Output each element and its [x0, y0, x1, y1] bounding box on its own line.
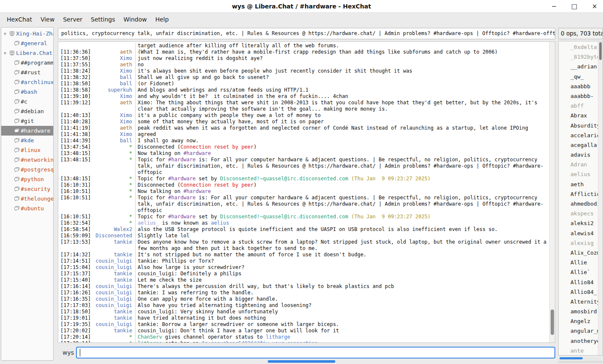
user-0xdelta[interactable]: _0xdelta — [559, 42, 598, 52]
sidebar-item-git[interactable]: #git — [1, 116, 53, 126]
chat-message: Disconnected (Connection reset by peer) — [135, 144, 549, 150]
sidebar-item-c[interactable]: #c — [1, 97, 53, 106]
user-angular-m[interactable]: angular_m — [559, 326, 598, 336]
message-segment: #hardware — [168, 176, 196, 182]
user-adrian[interactable]: __adrian — [559, 62, 598, 71]
user-ahmedbodi[interactable]: ahmedbodi — [559, 199, 598, 209]
user-anotheryo[interactable]: anotheryo — [559, 336, 598, 346]
menu-item-settings[interactable]: Settings — [87, 14, 119, 25]
user-angelz[interactable]: Angelz — [559, 316, 598, 326]
user-abff[interactable]: abff — [559, 101, 598, 111]
user-akspecs[interactable]: akspecs — [559, 209, 598, 218]
user-allie[interactable]: Allie` — [559, 267, 598, 277]
chat-scrollbar-thumb[interactable] — [551, 310, 554, 335]
sidebar-item-archlinux[interactable]: #archlinux — [1, 77, 53, 87]
close-button[interactable]: × — [591, 3, 598, 10]
user-aaabbb[interactable]: aaabbb — [559, 81, 598, 91]
message-segment: Now talking on — [138, 150, 183, 156]
chat-timestamp: [17:20:14] — [58, 334, 93, 340]
user-aleksi2[interactable]: aleksi2 — [559, 218, 598, 228]
sidebar-item-postgresql[interactable]: #postgresql — [1, 165, 53, 174]
menu-item-view[interactable]: View — [36, 14, 59, 25]
user-aelius[interactable]: aelius — [559, 169, 598, 179]
sidebar-item-ubuntu[interactable]: #ubuntu — [1, 204, 53, 213]
chat-row: [13:48:15]*Now talking on #hardware — [58, 150, 549, 157]
user-allio84[interactable]: Allio84_ — [559, 287, 598, 297]
menu-item-window[interactable]: Window — [119, 14, 151, 25]
chat-timestamp: [11:41:19] — [58, 125, 93, 131]
sidebar-item-label: #archlinux — [21, 79, 53, 85]
sidebar-item-libera-chat[interactable]: ▽Libera.Chat — [1, 48, 53, 58]
message-segment: cousin_luigi: Don't think I have a large… — [138, 328, 339, 334]
chat-nick: aeth — [93, 62, 135, 68]
sidebar-item-thelounge[interactable]: #thelounge — [1, 194, 53, 204]
userlist-hscrollbar-thumb[interactable] — [560, 357, 583, 359]
minimize-button[interactable]: − — [551, 3, 557, 10]
message-segment: Disconnected ( — [138, 182, 180, 188]
user-8192byte[interactable]: _8192byte — [559, 52, 598, 62]
message-segment: Connection reset by peer — [180, 144, 253, 150]
user-absurdity[interactable]: Absurdity — [559, 121, 598, 130]
chat-nick: Ximo — [93, 55, 135, 62]
sidebar-item-programming[interactable]: ##programming — [1, 58, 53, 68]
user-alix-cozm[interactable]: Alix_Cozm — [559, 248, 598, 258]
user-accelario[interactable]: accelario — [559, 130, 598, 140]
expander-icon[interactable]: ▽ — [2, 51, 8, 55]
menu-item-server[interactable]: Server — [59, 14, 87, 25]
channel-icon — [13, 196, 21, 201]
userlist-scrollbar[interactable] — [598, 41, 603, 355]
userlist-scrollbar-thumb[interactable] — [599, 42, 602, 60]
message-segment: Disconsented!~quassel@irc.disconsented.c… — [220, 176, 348, 182]
user-alewis4[interactable]: alewis4 — [559, 228, 598, 238]
sidebar-item-networking[interactable]: #networking — [1, 155, 53, 165]
sidebar-item-hardware[interactable]: #hardware — [1, 126, 53, 136]
user-amosbird[interactable]: amosbird — [559, 307, 598, 316]
user-alternity[interactable]: Alternity — [559, 297, 598, 307]
server-icon — [8, 50, 16, 56]
chat-nick: aeth — [93, 49, 135, 55]
sidebar-item-python[interactable]: #python — [1, 174, 53, 184]
user-adran[interactable]: Adran — [559, 160, 598, 169]
chat-message: Also have you tried alternating tighteni… — [135, 302, 549, 309]
sidebar-item-debian[interactable]: #debian — [1, 106, 53, 116]
user-allie[interactable]: Allie — [559, 258, 598, 267]
sidebar-item-kde[interactable]: #kde — [1, 136, 53, 145]
bottom-scrollbar-thumb[interactable] — [268, 360, 335, 363]
menu-item-hexchat[interactable]: HexChat — [3, 14, 36, 25]
message-segment: One can apply more force with a bigger h… — [138, 296, 278, 302]
user-aeth[interactable]: aeth — [559, 179, 598, 189]
sidebar-item-xing-hai-zhan[interactable]: ▽Xing-Hai-Zhan — [1, 29, 53, 38]
user-qw[interactable]: _qw_ — [559, 72, 598, 81]
message-segment: is now known as — [159, 220, 211, 226]
sidebar-item-general[interactable]: #general — [1, 38, 53, 48]
sidebar-item-security[interactable]: #security — [1, 184, 53, 194]
chat-row: [11:38:50]ball(or Fidonet) — [58, 81, 549, 87]
chat-nick: Disconsented — [93, 233, 135, 239]
sidebar-item-bash[interactable]: #bash — [1, 87, 53, 97]
user-ante[interactable]: ante — [559, 346, 598, 355]
chat-scrollbar[interactable] — [549, 42, 555, 342]
user-aaabbb[interactable]: aaabbb- — [559, 91, 598, 101]
user-abrax[interactable]: Abrax — [559, 111, 598, 120]
chat-nick: * — [93, 176, 135, 182]
chat-nick: ball — [93, 74, 135, 81]
message-segment: is: For all your computer hardware & adj… — [138, 157, 543, 175]
sidebar-item-label: ##programming — [21, 60, 53, 66]
sidebar-item-rust[interactable]: ##rust — [1, 68, 53, 77]
userlist-hscrollbar[interactable] — [559, 357, 601, 360]
message-input[interactable] — [76, 347, 555, 359]
user-acegalla[interactable]: acegalla- — [559, 140, 598, 150]
channel-icon — [13, 128, 21, 133]
user-adavis[interactable]: adavis — [559, 150, 598, 160]
user-alexisg[interactable]: alexisg — [559, 238, 598, 248]
expander-icon[interactable]: ▽ — [2, 32, 8, 36]
chat-timestamp: [13:48:15] — [58, 157, 93, 176]
maximize-button[interactable]: □ — [571, 3, 578, 10]
bottom-right-scrollbar[interactable] — [558, 361, 603, 363]
sidebar-item-linux[interactable]: #linux — [1, 145, 53, 155]
user-afflictio[interactable]: Afflictio — [559, 189, 598, 199]
sidebar-item-label: #python — [21, 176, 44, 182]
menu-item-help[interactable]: Help — [151, 14, 173, 25]
user-allio84[interactable]: Allio84 — [559, 277, 598, 287]
topic-bar[interactable]: politics, cryptocurrency talk, unfair di… — [58, 28, 555, 39]
